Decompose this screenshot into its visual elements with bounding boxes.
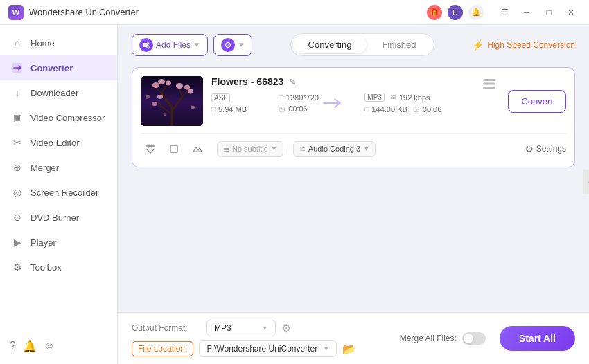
- convert-button[interactable]: Convert: [508, 90, 566, 113]
- card-more-icon[interactable]: [482, 76, 497, 94]
- convert-tabs: Converting Finished: [290, 33, 434, 56]
- output-format-chevron: ▼: [262, 325, 268, 331]
- help-icon[interactable]: ?: [10, 340, 16, 353]
- target-duration: ◷ 00:06: [413, 104, 442, 113]
- downloader-icon: ↓: [11, 87, 24, 99]
- output-format-settings-icon[interactable]: ⚙: [281, 322, 291, 335]
- title-bar-icons: 🎁 U 🔔: [427, 5, 484, 20]
- user-icon[interactable]: U: [448, 5, 463, 20]
- sidebar-label-player: Player: [30, 237, 56, 248]
- sidebar-item-home[interactable]: ⌂ Home: [0, 30, 117, 55]
- sidebar-label-converter: Converter: [30, 63, 73, 73]
- minimize-button[interactable]: ─: [517, 5, 536, 20]
- add-more-icon: [221, 38, 235, 52]
- svg-rect-20: [170, 145, 177, 152]
- file-info: Flowers - 66823 ✎ ASF: [211, 76, 471, 113]
- feedback-icon[interactable]: ☺: [44, 340, 55, 353]
- start-all-button[interactable]: Start All: [500, 326, 575, 351]
- source-format-badge: ASF: [211, 93, 230, 102]
- app-icon: W: [8, 5, 24, 20]
- svg-point-7: [158, 79, 165, 84]
- app-title: Wondershare UniConverter: [29, 7, 139, 17]
- source-size: □ 5.94 MB: [211, 105, 276, 113]
- svg-point-6: [152, 82, 159, 88]
- file-thumbnail: [141, 76, 203, 126]
- file-location-button[interactable]: File Location:: [132, 341, 193, 356]
- add-more-button[interactable]: ▼: [213, 34, 252, 56]
- file-card-tools: ≣ No subtitle ▼ ≋ Audio Coding 3 ▼ ⚙ Set…: [141, 133, 566, 158]
- file-name-row: Flowers - 66823 ✎: [211, 76, 471, 87]
- sidebar-item-merger[interactable]: ⊕ Merger: [0, 155, 117, 180]
- target-bitrate: ≋ 192 kbps: [390, 93, 430, 102]
- file-size-icon: □: [211, 105, 216, 113]
- sidebar-item-dvd-burner[interactable]: ⊙ DVD Burner: [0, 205, 117, 230]
- sidebar-label-toolbox: Toolbox: [30, 262, 62, 273]
- merge-all-toggle[interactable]: [462, 332, 486, 345]
- trim-icon[interactable]: [141, 139, 160, 158]
- file-name: Flowers - 66823: [211, 76, 283, 87]
- sidebar-item-screen-recorder[interactable]: ◎ Screen Recorder: [0, 180, 117, 205]
- player-icon: ▶: [11, 236, 24, 248]
- merge-all-row: Merge All Files:: [400, 332, 486, 345]
- tab-finished[interactable]: Finished: [367, 36, 431, 53]
- sidebar-item-downloader[interactable]: ↓ Downloader: [0, 80, 117, 105]
- tab-converting[interactable]: Converting: [293, 36, 367, 53]
- high-speed-label: High Speed Conversion: [487, 40, 575, 50]
- target-size: □ 144.00 KB: [364, 104, 407, 113]
- effects-icon[interactable]: [188, 139, 207, 158]
- title-bar: W Wondershare UniConverter 🎁 U 🔔 ☰ ─ □ ✕: [0, 0, 589, 25]
- sidebar-item-converter[interactable]: Converter: [0, 55, 117, 80]
- svg-point-9: [176, 83, 183, 89]
- subtitle-select[interactable]: ≣ No subtitle ▼: [217, 141, 283, 157]
- crop-icon[interactable]: [164, 139, 184, 158]
- top-bar-left: Add Files ▼ ▼: [132, 34, 252, 56]
- sidebar-label-video-compressor: Video Compressor: [30, 113, 105, 123]
- audio-coding-select[interactable]: ≋ Audio Coding 3 ▼: [293, 141, 376, 157]
- title-bar-controls: 🎁 U 🔔 ☰ ─ □ ✕: [427, 5, 581, 20]
- output-format-label: Output Format:: [132, 323, 201, 333]
- output-format-select[interactable]: MP3 ▼: [206, 320, 276, 336]
- subtitle-chevron: ▼: [271, 145, 277, 152]
- svg-point-13: [157, 95, 163, 99]
- svg-point-10: [184, 85, 190, 90]
- source-format: ASF: [211, 93, 276, 102]
- output-format-row: Output Format: MP3 ▼ ⚙: [132, 320, 356, 336]
- bolt-icon: ⚡: [472, 39, 484, 51]
- sidebar-item-video-compressor[interactable]: ▣ Video Compressor: [0, 105, 117, 130]
- sidebar-item-toolbox[interactable]: ⚙ Toolbox: [0, 255, 117, 280]
- sidebar-label-video-editor: Video Editor: [30, 138, 80, 148]
- file-location-row: File Location: F:\Wondershare UniConvert…: [132, 340, 356, 357]
- sidebar-item-player[interactable]: ▶ Player: [0, 230, 117, 255]
- open-folder-icon[interactable]: 📂: [342, 343, 356, 356]
- high-speed-conversion[interactable]: ⚡ High Speed Conversion: [472, 39, 575, 51]
- file-location-path[interactable]: F:\Wondershare UniConverter ▼: [199, 340, 337, 357]
- menu-button[interactable]: ☰: [495, 5, 514, 20]
- sidebar-label-merger: Merger: [30, 163, 59, 173]
- gift-icon[interactable]: 🎁: [427, 5, 442, 20]
- add-files-chevron: ▼: [193, 41, 200, 48]
- svg-rect-18: [483, 83, 495, 85]
- settings-button[interactable]: ⚙ Settings: [525, 144, 566, 154]
- settings-label: Settings: [536, 144, 566, 154]
- top-bar: Add Files ▼ ▼ Converting Finished: [118, 25, 589, 62]
- maximize-button[interactable]: □: [539, 5, 559, 20]
- sidebar-label-dvd-burner: DVD Burner: [30, 212, 79, 223]
- file-card: Flowers - 66823 ✎ ASF: [132, 67, 575, 167]
- target-format: MP3: [364, 93, 385, 102]
- close-button[interactable]: ✕: [561, 5, 581, 20]
- video-editor-icon: ✂: [11, 136, 24, 149]
- source-resolution: □ 1280*720: [279, 93, 299, 102]
- file-rename-icon[interactable]: ✎: [289, 77, 297, 87]
- source-duration: ◷ 00:06: [279, 104, 299, 113]
- notification-icon[interactable]: 🔔: [23, 340, 37, 353]
- target-size-icon: □: [364, 105, 369, 113]
- bottom-left: Output Format: MP3 ▼ ⚙ File Location: F:…: [132, 320, 356, 357]
- add-more-chevron: ▼: [238, 41, 245, 48]
- bell-icon[interactable]: 🔔: [468, 5, 484, 20]
- sidebar-collapse-btn[interactable]: ‹: [583, 170, 589, 194]
- add-files-button[interactable]: Add Files ▼: [132, 34, 208, 56]
- toggle-knob: [464, 334, 473, 343]
- sidebar-item-video-editor[interactable]: ✂ Video Editor: [0, 130, 117, 155]
- file-location-chevron: ▼: [323, 345, 329, 352]
- output-format-value: MP3: [214, 323, 231, 333]
